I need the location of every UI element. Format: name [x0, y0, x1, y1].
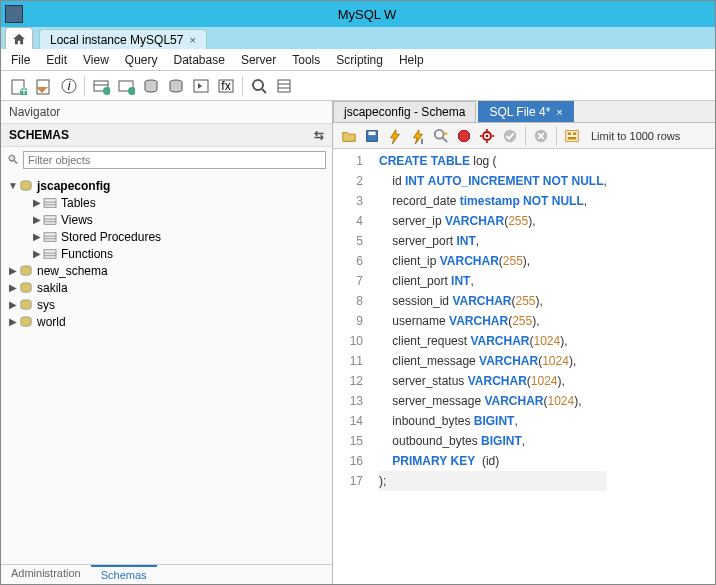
save-button[interactable]: [362, 126, 382, 146]
code-line[interactable]: id INT AUTO_INCREMENT NOT NULL,: [379, 171, 607, 191]
twisty-icon[interactable]: ▼: [7, 180, 19, 191]
open-sql-button[interactable]: [32, 75, 54, 97]
ab-icon: [533, 128, 549, 144]
code-line[interactable]: );: [379, 471, 607, 491]
svg-line-42: [443, 137, 447, 141]
tree-db-new_schema[interactable]: ▶new_schema: [7, 262, 332, 279]
check-button[interactable]: [500, 126, 520, 146]
open-sql-icon: [34, 77, 52, 95]
info-button[interactable]: i: [57, 75, 79, 97]
folder-button[interactable]: [339, 126, 359, 146]
search-button[interactable]: [248, 75, 270, 97]
code-line[interactable]: client_message VARCHAR(1024),: [379, 351, 607, 371]
line-number: 6: [333, 251, 363, 271]
tree-node-tables[interactable]: ▶Tables: [31, 194, 332, 211]
editor-tab[interactable]: jscapeconfig - Schema: [333, 101, 476, 122]
gear-button[interactable]: [477, 126, 497, 146]
bolt-cursor-button[interactable]: [408, 126, 428, 146]
func-button[interactable]: fx: [215, 75, 237, 97]
tree-node-functions[interactable]: ▶Functions: [31, 245, 332, 262]
code-editor[interactable]: 1234567891011121314151617 CREATE TABLE l…: [333, 149, 715, 584]
tab-schemas[interactable]: Schemas: [91, 565, 157, 584]
code-line[interactable]: client_ip VARCHAR(255),: [379, 251, 607, 271]
explain-icon: [433, 128, 449, 144]
menu-query[interactable]: Query: [125, 53, 158, 67]
menu-tools[interactable]: Tools: [292, 53, 320, 67]
new-sql-button[interactable]: +: [7, 75, 29, 97]
db-icon: [142, 77, 160, 95]
svg-rect-51: [566, 130, 578, 141]
line-number: 15: [333, 431, 363, 451]
db2-icon: [167, 77, 185, 95]
menu-edit[interactable]: Edit: [46, 53, 67, 67]
code-line[interactable]: client_request VARCHAR(1024),: [379, 331, 607, 351]
tab-administration[interactable]: Administration: [1, 565, 91, 584]
svg-rect-52: [568, 132, 572, 135]
twisty-icon[interactable]: ▶: [7, 299, 19, 310]
stop-button[interactable]: [454, 126, 474, 146]
tree-db-sakila[interactable]: ▶sakila: [7, 279, 332, 296]
twisty-icon[interactable]: ▶: [7, 282, 19, 293]
twisty-icon[interactable]: ▶: [31, 231, 43, 242]
filter-input[interactable]: [23, 151, 326, 169]
code-line[interactable]: server_port INT,: [379, 231, 607, 251]
tree-node-stored-procedures[interactable]: ▶Stored Procedures: [31, 228, 332, 245]
separator: [525, 126, 526, 146]
twisty-icon[interactable]: ▶: [31, 248, 43, 259]
db-button[interactable]: [140, 75, 162, 97]
close-icon[interactable]: ×: [556, 106, 562, 118]
svg-point-44: [486, 134, 489, 137]
code-line[interactable]: server_status VARCHAR(1024),: [379, 371, 607, 391]
code-line[interactable]: PRIMARY KEY (id): [379, 451, 607, 471]
line-number: 11: [333, 351, 363, 371]
svg-rect-54: [568, 136, 577, 139]
explain-button[interactable]: [431, 126, 451, 146]
editor-tab[interactable]: SQL File 4*×: [478, 101, 573, 122]
code-line[interactable]: username VARCHAR(255),: [379, 311, 607, 331]
svg-rect-28: [44, 232, 56, 241]
tab-home[interactable]: [5, 27, 33, 49]
code-line[interactable]: server_ip VARCHAR(255),: [379, 211, 607, 231]
twisty-icon[interactable]: ▶: [7, 265, 19, 276]
twisty-icon[interactable]: ▶: [7, 316, 19, 327]
tree-db-world[interactable]: ▶world: [7, 313, 332, 330]
menu-server[interactable]: Server: [241, 53, 276, 67]
code-line[interactable]: session_id VARCHAR(255),: [379, 291, 607, 311]
proc-button[interactable]: [190, 75, 212, 97]
tab-instance[interactable]: Local instance MySQL57 ×: [39, 29, 207, 49]
schema-add-button[interactable]: [115, 75, 137, 97]
twisty-icon[interactable]: ▶: [31, 214, 43, 225]
menu-scripting[interactable]: Scripting: [336, 53, 383, 67]
refresh-icon[interactable]: ⇆: [314, 128, 324, 142]
ab-button[interactable]: [531, 126, 551, 146]
code-line[interactable]: CREATE TABLE log (: [379, 151, 607, 171]
code-line[interactable]: client_port INT,: [379, 271, 607, 291]
separator: [84, 76, 85, 96]
code-line[interactable]: outbound_bytes BIGINT,: [379, 431, 607, 451]
tree-db-jscapeconfig[interactable]: ▼jscapeconfig: [7, 177, 332, 194]
format-button[interactable]: [562, 126, 582, 146]
tree-db-sys[interactable]: ▶sys: [7, 296, 332, 313]
menu-database[interactable]: Database: [174, 53, 225, 67]
limit-label[interactable]: Limit to 1000 rows: [591, 130, 680, 142]
schema-tree[interactable]: ▼jscapeconfig▶Tables▶Views▶Stored Proced…: [1, 173, 332, 564]
twisty-icon[interactable]: ▶: [31, 197, 43, 208]
close-icon[interactable]: ×: [189, 34, 195, 46]
format-icon: [564, 128, 580, 144]
menu-view[interactable]: View: [83, 53, 109, 67]
menu-help[interactable]: Help: [399, 53, 424, 67]
code-line[interactable]: record_date timestamp NOT NULL,: [379, 191, 607, 211]
folder-icon: [341, 128, 357, 144]
titlebar: MySQL W: [1, 1, 715, 27]
table-add-button[interactable]: [90, 75, 112, 97]
tune-button[interactable]: [273, 75, 295, 97]
db2-button[interactable]: [165, 75, 187, 97]
code-line[interactable]: server_message VARCHAR(1024),: [379, 391, 607, 411]
menu-file[interactable]: File: [11, 53, 30, 67]
code-lines[interactable]: CREATE TABLE log ( id INT AUTO_INCREMENT…: [369, 149, 607, 584]
main-area: Navigator SCHEMAS ⇆ 🔍︎ ▼jscapeconfig▶Tab…: [1, 101, 715, 584]
bolt-button[interactable]: [385, 126, 405, 146]
func-icon: fx: [217, 77, 235, 95]
code-line[interactable]: inbound_bytes BIGINT,: [379, 411, 607, 431]
tree-node-views[interactable]: ▶Views: [31, 211, 332, 228]
